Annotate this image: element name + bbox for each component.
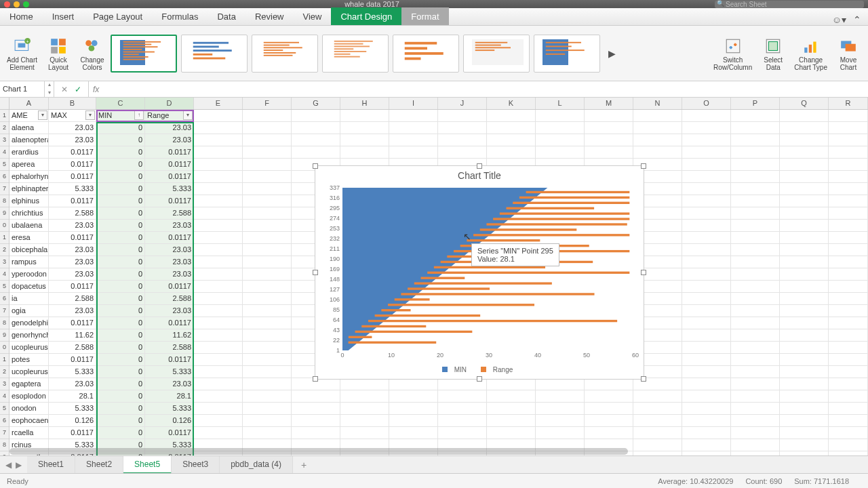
tab-format[interactable]: Format bbox=[401, 7, 448, 25]
column-header-R[interactable]: R bbox=[829, 98, 868, 109]
tab-data[interactable]: Data bbox=[208, 7, 245, 25]
sheet-nav-prev-icon[interactable]: ◀ bbox=[5, 460, 12, 470]
quick-layout-button[interactable]: Quick Layout bbox=[43, 35, 74, 73]
resize-handle[interactable] bbox=[313, 270, 318, 275]
sheet-tab[interactable]: Sheet1 bbox=[27, 456, 75, 474]
change-chart-type-button[interactable]: Change Chart Type bbox=[791, 35, 830, 73]
cancel-formula-icon[interactable]: ✕ bbox=[61, 85, 68, 94]
resize-handle[interactable] bbox=[641, 163, 646, 169]
chart-style-4[interactable] bbox=[322, 35, 389, 73]
column-header-C[interactable]: C bbox=[96, 98, 145, 109]
table-row[interactable]: alaenoptera23.03023.03 bbox=[9, 134, 868, 146]
resize-handle[interactable] bbox=[313, 163, 318, 169]
svg-rect-51 bbox=[546, 53, 566, 54]
column-header-I[interactable]: I bbox=[389, 98, 438, 109]
svg-rect-68 bbox=[480, 228, 577, 230]
resize-handle[interactable] bbox=[313, 376, 318, 382]
chart-style-6[interactable] bbox=[463, 35, 530, 73]
table-row[interactable]: eophocaena0.12600.126 bbox=[9, 415, 868, 427]
svg-rect-27 bbox=[264, 47, 302, 48]
zoom-window-icon[interactable] bbox=[23, 1, 29, 7]
header-cell[interactable]: MIN↑ bbox=[96, 110, 145, 122]
tab-chart-design[interactable]: Chart Design bbox=[331, 7, 401, 25]
column-header-P[interactable]: P bbox=[731, 98, 780, 109]
search-input[interactable]: Search Sheet bbox=[715, 1, 864, 8]
add-chart-element-button[interactable]: + Add Chart Element bbox=[4, 35, 40, 73]
share-icon[interactable]: ☺︎▾ bbox=[832, 14, 846, 25]
spreadsheet-grid[interactable]: ABCDEFGHIJKLMNOPQR 123456789012345678901… bbox=[0, 98, 868, 455]
column-header-G[interactable]: G bbox=[292, 98, 340, 109]
table-row[interactable]: onodon5.33305.333 bbox=[9, 403, 868, 415]
resize-handle[interactable] bbox=[641, 376, 646, 382]
column-header-D[interactable]: D bbox=[145, 98, 194, 109]
table-row[interactable]: alaena23.03023.03 bbox=[9, 122, 868, 134]
column-header-F[interactable]: F bbox=[243, 98, 292, 109]
header-cell[interactable]: AME▾ bbox=[9, 110, 49, 122]
switch-row-column-button[interactable]: Switch Row/Column bbox=[711, 35, 755, 73]
filter-dropdown-icon[interactable]: ▾ bbox=[38, 110, 47, 120]
enter-formula-icon[interactable]: ✓ bbox=[75, 85, 81, 94]
tab-view[interactable]: View bbox=[294, 7, 332, 25]
chart-style-2[interactable] bbox=[181, 35, 248, 73]
header-cell[interactable]: Range▾ bbox=[145, 110, 194, 122]
change-colors-button[interactable]: Change Colors bbox=[77, 35, 108, 73]
resize-handle[interactable] bbox=[477, 376, 482, 382]
table-row[interactable]: esoplodon28.1028.1 bbox=[9, 390, 868, 403]
column-header-J[interactable]: J bbox=[438, 98, 487, 109]
column-header-Q[interactable]: Q bbox=[780, 98, 829, 109]
cells-area[interactable]: AME▾MAX▾MIN↑Range▾ Chart Title 337316295… bbox=[9, 110, 868, 455]
column-header-N[interactable]: N bbox=[633, 98, 682, 109]
header-cell[interactable]: MAX▾ bbox=[49, 110, 96, 122]
resize-handle[interactable] bbox=[641, 270, 646, 275]
table-row[interactable]: erardius0.011700.0117 bbox=[9, 146, 868, 159]
column-header-B[interactable]: B bbox=[49, 98, 96, 109]
column-header-K[interactable]: K bbox=[487, 98, 536, 109]
horizontal-scrollbar[interactable] bbox=[9, 447, 868, 455]
add-sheet-button[interactable]: + bbox=[293, 460, 315, 470]
column-header-E[interactable]: E bbox=[194, 98, 243, 109]
svg-rect-50 bbox=[546, 49, 585, 51]
table-row[interactable]: egaptera23.03023.03 bbox=[9, 378, 868, 390]
tab-insert[interactable]: Insert bbox=[43, 7, 84, 25]
tab-review[interactable]: Review bbox=[245, 7, 294, 25]
filter-dropdown-icon[interactable]: ↑ bbox=[134, 110, 144, 120]
chart-styles-next-icon[interactable]: ▶ bbox=[604, 48, 620, 59]
sheet-tab[interactable]: Sheet2 bbox=[75, 456, 123, 474]
chart-style-5[interactable] bbox=[393, 35, 459, 73]
name-box[interactable]: Chart 1 bbox=[0, 81, 45, 97]
column-header-O[interactable]: O bbox=[682, 98, 731, 109]
filter-dropdown-icon[interactable]: ▾ bbox=[85, 110, 95, 120]
tab-page-layout[interactable]: Page Layout bbox=[83, 7, 152, 25]
resize-handle[interactable] bbox=[477, 163, 482, 169]
column-header-A[interactable]: A bbox=[9, 98, 49, 109]
embedded-chart[interactable]: Chart Title 3373162952742532322111901691… bbox=[315, 165, 644, 380]
minimize-window-icon[interactable] bbox=[14, 1, 20, 7]
sheet-nav-next-icon[interactable]: ▶ bbox=[16, 460, 22, 470]
chart-style-1[interactable] bbox=[111, 35, 177, 73]
select-data-button[interactable]: Select Data bbox=[757, 35, 789, 73]
filter-dropdown-icon[interactable]: ▾ bbox=[183, 110, 193, 120]
svg-rect-56 bbox=[808, 44, 811, 52]
svg-rect-23 bbox=[193, 53, 213, 55]
svg-rect-19 bbox=[123, 58, 145, 60]
name-box-stepper[interactable]: ▴▾ bbox=[45, 81, 54, 97]
chart-style-7[interactable] bbox=[534, 35, 600, 73]
sheet-tab[interactable]: Sheet5 bbox=[123, 456, 172, 474]
chart-style-3[interactable] bbox=[252, 35, 318, 73]
tab-home[interactable]: Home bbox=[0, 7, 43, 25]
sheet-tab-bar: ◀ ▶ Sheet1Sheet2Sheet5Sheet3pbdb_data (4… bbox=[0, 455, 868, 473]
column-header-M[interactable]: M bbox=[585, 98, 633, 109]
chart-plot-area[interactable]: 3373162952742532322111901691481271068564… bbox=[342, 188, 635, 350]
svg-rect-49 bbox=[546, 45, 572, 47]
table-row[interactable]: rcaella0.011700.0117 bbox=[9, 427, 868, 439]
fx-icon[interactable]: fx bbox=[89, 85, 103, 94]
move-chart-button[interactable]: Move Chart bbox=[833, 35, 864, 73]
column-header-H[interactable]: H bbox=[340, 98, 389, 109]
column-header-L[interactable]: L bbox=[536, 98, 585, 109]
collapse-ribbon-icon[interactable]: ⌃ bbox=[853, 14, 861, 25]
sheet-tab[interactable]: pbdb_data (4) bbox=[220, 456, 293, 474]
close-window-icon[interactable] bbox=[4, 1, 10, 7]
tab-formulas[interactable]: Formulas bbox=[152, 7, 208, 25]
sheet-tab[interactable]: Sheet3 bbox=[172, 456, 220, 474]
chart-legend[interactable]: MIN Range bbox=[315, 366, 644, 374]
